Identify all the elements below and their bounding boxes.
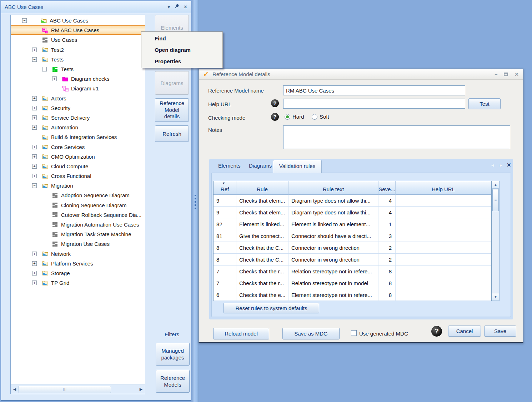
- tree-item[interactable]: Migration Automation Use Cases: [11, 220, 145, 229]
- scroll-right-icon[interactable]: ▶: [137, 387, 145, 392]
- refresh-button[interactable]: Refresh: [155, 125, 189, 142]
- expand-icon[interactable]: +: [32, 154, 37, 159]
- column-header-rule[interactable]: Rule: [236, 181, 288, 195]
- reference-models-button[interactable]: Reference Models: [156, 370, 190, 393]
- dialog-titlebar[interactable]: ✓ Reference Model details – ✕: [199, 69, 523, 80]
- help-icon[interactable]: ?: [271, 99, 279, 107]
- reset-rules-button[interactable]: Reset rules to system defaults: [224, 303, 319, 313]
- tree-item[interactable]: +Service Delivery: [11, 113, 145, 123]
- table-row[interactable]: 9Checks that elem...Diagram type does no…: [214, 207, 491, 218]
- column-header-help-url[interactable]: Help URL: [396, 181, 491, 195]
- expand-icon[interactable]: +: [32, 48, 37, 52]
- tree-horizontal-scrollbar[interactable]: ◀ ||| ▶: [11, 384, 145, 394]
- collapse-icon[interactable]: −: [32, 183, 37, 188]
- use-generated-mdg-checkbox[interactable]: [351, 330, 357, 336]
- tree-item[interactable]: +Diagram checks: [11, 74, 145, 84]
- tree-item[interactable]: +Cross Functional: [11, 171, 145, 181]
- menu-item-open-diagram[interactable]: Open diagram: [141, 44, 222, 56]
- expand-icon[interactable]: +: [32, 252, 37, 256]
- save-as-mdg-button[interactable]: Save as MDG: [282, 328, 340, 339]
- menu-item-properties[interactable]: Properties: [141, 56, 222, 67]
- collapse-icon[interactable]: −: [42, 67, 47, 71]
- scrollbar-thumb[interactable]: |||: [19, 386, 111, 393]
- scrollbar-thumb[interactable]: ≡: [492, 189, 499, 211]
- tree-item[interactable]: RM ABC Use Cases: [11, 25, 145, 35]
- tree-item[interactable]: +Cloud Compute: [11, 162, 145, 171]
- expand-icon[interactable]: +: [32, 174, 37, 178]
- table-row[interactable]: 82Element is linked...Element is linked …: [214, 218, 491, 230]
- help-url-input[interactable]: [283, 99, 465, 109]
- tree-item[interactable]: −ABC Use Cases: [11, 16, 145, 25]
- table-row[interactable]: 81Give the connect...Connector should ha…: [214, 230, 491, 242]
- tree-item[interactable]: +Actors: [11, 94, 145, 103]
- help-icon[interactable]: ?: [431, 326, 442, 337]
- dropdown-arrow-icon[interactable]: ▾: [168, 4, 170, 10]
- scroll-down-icon[interactable]: ▼: [492, 293, 499, 301]
- tree-item[interactable]: Cloning Sequence Diagram: [11, 200, 145, 210]
- expand-icon[interactable]: +: [32, 164, 37, 169]
- tab-scroll-left-icon[interactable]: ◄: [490, 163, 495, 168]
- tree-item[interactable]: Cutover Rollback Sequence Dia...: [11, 210, 145, 220]
- tree-item[interactable]: +Storage: [11, 268, 145, 278]
- tree-item[interactable]: −Tests: [11, 64, 145, 74]
- test-button[interactable]: Test: [468, 98, 501, 109]
- diagrams-button[interactable]: Diagrams: [155, 71, 189, 95]
- reference-model-details-button[interactable]: Reference Model details: [155, 98, 189, 122]
- expand-icon[interactable]: +: [32, 145, 37, 149]
- expand-icon[interactable]: +: [32, 125, 37, 130]
- maximize-icon[interactable]: [504, 73, 508, 76]
- column-header-seve-[interactable]: Seve...: [378, 181, 396, 195]
- column-header-rule-text[interactable]: Rule text: [288, 181, 378, 195]
- tree-item[interactable]: Diagram #1: [11, 84, 145, 93]
- expand-icon[interactable]: +: [32, 261, 37, 266]
- tree-item[interactable]: Adoption Sequence Diagram: [11, 190, 145, 200]
- tree-item[interactable]: Use Cases: [11, 35, 145, 45]
- help-icon[interactable]: ?: [271, 113, 279, 121]
- expand-icon[interactable]: +: [32, 106, 37, 110]
- tree-item[interactable]: +CMO Optimization: [11, 152, 145, 162]
- tree-item[interactable]: +Network: [11, 249, 145, 259]
- tab-diagrams[interactable]: Diagrams: [245, 159, 276, 173]
- tree-item[interactable]: +Automation: [11, 123, 145, 132]
- table-row[interactable]: 9Checks that elem...Diagram type does no…: [214, 195, 491, 207]
- minimize-icon[interactable]: –: [495, 71, 497, 77]
- managed-packages-button[interactable]: Managed packages: [156, 343, 190, 366]
- reference-model-name-input[interactable]: [283, 85, 465, 95]
- tree-item[interactable]: +Security: [11, 103, 145, 113]
- project-tree[interactable]: −ABC Use CasesRM ABC Use CasesUse Cases+…: [10, 15, 145, 394]
- scroll-left-icon[interactable]: ◀: [11, 387, 19, 392]
- notes-textarea[interactable]: [283, 125, 510, 149]
- tab-elements[interactable]: Elements: [214, 159, 245, 173]
- expand-icon[interactable]: +: [52, 76, 57, 81]
- close-icon[interactable]: ✕: [184, 4, 187, 10]
- cancel-button[interactable]: Cancel: [448, 326, 481, 337]
- collapse-icon[interactable]: −: [32, 57, 37, 62]
- tree-item[interactable]: −Tests: [11, 55, 145, 64]
- radio-soft[interactable]: Soft: [312, 114, 329, 120]
- table-row[interactable]: 6Checks that the e...Element stereotype …: [214, 289, 491, 301]
- expand-icon[interactable]: +: [32, 115, 37, 120]
- collapse-icon[interactable]: −: [22, 18, 27, 23]
- tab-scroll-right-icon[interactable]: ►: [499, 163, 503, 168]
- tree-item[interactable]: +TP Grid: [11, 278, 145, 288]
- reload-model-button[interactable]: Reload model: [213, 328, 269, 339]
- tree-item[interactable]: Build & Integration Services: [11, 132, 145, 142]
- radio-hard[interactable]: Hard: [285, 114, 304, 120]
- expand-icon[interactable]: +: [32, 96, 37, 101]
- tree-item[interactable]: Migration Task State Machine: [11, 229, 145, 239]
- table-row[interactable]: 7Checks that the r...Relation stereotype…: [214, 277, 491, 289]
- pin-icon[interactable]: [174, 4, 179, 10]
- save-button[interactable]: Save: [484, 326, 516, 337]
- table-row[interactable]: 7Checks that the r...Relation stereotype…: [214, 265, 491, 277]
- table-row[interactable]: 8Check that the C...Connector in wrong d…: [214, 254, 491, 265]
- table-vertical-scrollbar[interactable]: ▲ ≡ ▼: [492, 181, 500, 301]
- tree-item[interactable]: +Core Services: [11, 142, 145, 152]
- menu-item-find[interactable]: Find: [141, 33, 222, 44]
- expand-icon[interactable]: +: [32, 271, 37, 276]
- tree-item[interactable]: +Platform Services: [11, 259, 145, 268]
- scroll-up-icon[interactable]: ▲: [492, 181, 499, 189]
- tree-item[interactable]: −Migration: [11, 181, 145, 190]
- tree-item[interactable]: +Test2: [11, 45, 145, 55]
- tree-item[interactable]: Migraton Use Cases: [11, 239, 145, 249]
- tab-validation-rules[interactable]: Validation rules: [273, 160, 322, 173]
